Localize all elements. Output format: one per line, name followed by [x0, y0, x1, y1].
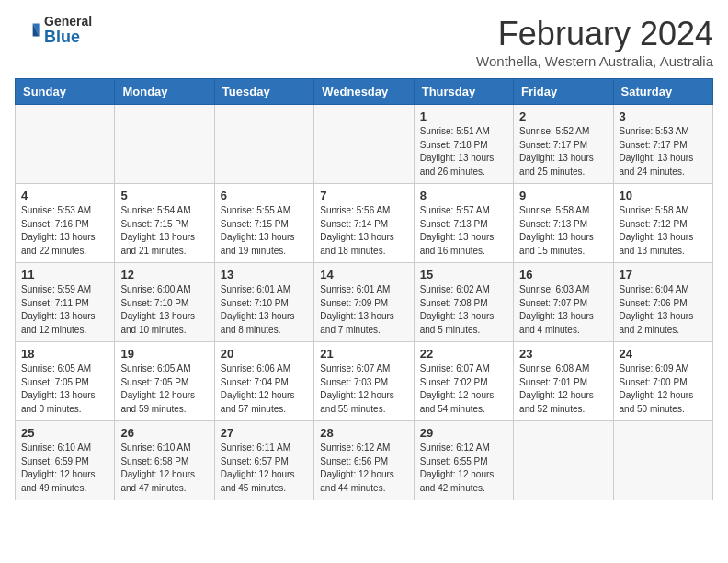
table-row: 20Sunrise: 6:06 AM Sunset: 7:04 PM Dayli…: [214, 342, 313, 421]
logo-general-text: General: [44, 15, 92, 29]
week-row-4: 18Sunrise: 6:05 AM Sunset: 7:05 PM Dayli…: [16, 342, 713, 421]
day-info: Sunrise: 6:04 AM Sunset: 7:06 PM Dayligh…: [620, 283, 707, 337]
table-row: 8Sunrise: 5:57 AM Sunset: 7:13 PM Daylig…: [414, 184, 513, 263]
week-row-3: 11Sunrise: 5:59 AM Sunset: 7:11 PM Dayli…: [16, 263, 713, 342]
table-row: 23Sunrise: 6:08 AM Sunset: 7:01 PM Dayli…: [514, 342, 613, 421]
day-info: Sunrise: 6:11 AM Sunset: 6:57 PM Dayligh…: [221, 442, 308, 495]
day-info: Sunrise: 6:09 AM Sunset: 7:00 PM Dayligh…: [620, 362, 707, 416]
day-info: Sunrise: 6:02 AM Sunset: 7:08 PM Dayligh…: [420, 283, 507, 337]
logo-blue-text: Blue: [44, 29, 92, 47]
table-row: 13Sunrise: 6:01 AM Sunset: 7:10 PM Dayli…: [214, 263, 313, 342]
day-info: Sunrise: 5:51 AM Sunset: 7:18 PM Dayligh…: [420, 125, 507, 178]
day-number: 5: [120, 189, 208, 202]
table-row: 29Sunrise: 6:12 AM Sunset: 6:55 PM Dayli…: [414, 421, 513, 500]
day-number: 9: [519, 189, 607, 202]
day-number: 26: [120, 426, 208, 440]
day-number: 2: [519, 109, 607, 123]
day-number: 7: [320, 189, 407, 202]
day-info: Sunrise: 6:05 AM Sunset: 7:05 PM Dayligh…: [120, 362, 208, 416]
day-info: Sunrise: 5:53 AM Sunset: 7:16 PM Dayligh…: [21, 204, 108, 258]
table-row: 5Sunrise: 5:54 AM Sunset: 7:15 PM Daylig…: [115, 184, 214, 263]
logo-text: General Blue: [44, 15, 92, 47]
day-number: 21: [320, 347, 407, 361]
day-info: Sunrise: 6:10 AM Sunset: 6:59 PM Dayligh…: [21, 442, 108, 495]
table-row: 22Sunrise: 6:07 AM Sunset: 7:02 PM Dayli…: [414, 342, 513, 421]
day-info: Sunrise: 5:56 AM Sunset: 7:14 PM Dayligh…: [320, 204, 407, 258]
week-row-1: 1Sunrise: 5:51 AM Sunset: 7:18 PM Daylig…: [16, 105, 713, 184]
col-monday: Monday: [115, 79, 214, 105]
day-info: Sunrise: 6:07 AM Sunset: 7:03 PM Dayligh…: [320, 362, 407, 416]
col-tuesday: Tuesday: [214, 79, 313, 105]
calendar-header-row: Sunday Monday Tuesday Wednesday Thursday…: [16, 79, 713, 105]
day-number: 8: [420, 189, 507, 202]
table-row: 17Sunrise: 6:04 AM Sunset: 7:06 PM Dayli…: [613, 263, 712, 342]
col-saturday: Saturday: [613, 79, 712, 105]
day-info: Sunrise: 5:58 AM Sunset: 7:13 PM Dayligh…: [519, 204, 607, 258]
day-info: Sunrise: 5:54 AM Sunset: 7:15 PM Dayligh…: [120, 204, 208, 258]
day-number: 24: [620, 347, 707, 361]
day-number: 14: [320, 268, 407, 282]
day-number: 25: [21, 426, 108, 440]
day-number: 18: [21, 347, 108, 361]
table-row: 3Sunrise: 5:53 AM Sunset: 7:17 PM Daylig…: [613, 105, 712, 184]
table-row: 2Sunrise: 5:52 AM Sunset: 7:17 PM Daylig…: [514, 105, 613, 184]
day-number: 19: [120, 347, 208, 361]
day-info: Sunrise: 6:03 AM Sunset: 7:07 PM Dayligh…: [519, 283, 607, 337]
table-row: 16Sunrise: 6:03 AM Sunset: 7:07 PM Dayli…: [514, 263, 613, 342]
col-sunday: Sunday: [16, 79, 115, 105]
day-info: Sunrise: 5:52 AM Sunset: 7:17 PM Dayligh…: [519, 125, 607, 178]
day-info: Sunrise: 6:10 AM Sunset: 6:58 PM Dayligh…: [120, 442, 208, 495]
day-info: Sunrise: 6:00 AM Sunset: 7:10 PM Dayligh…: [120, 283, 208, 337]
table-row: 9Sunrise: 5:58 AM Sunset: 7:13 PM Daylig…: [514, 184, 613, 263]
day-info: Sunrise: 5:53 AM Sunset: 7:17 PM Dayligh…: [620, 125, 707, 178]
day-number: 27: [221, 426, 308, 440]
page-header: General Blue February 2024 Wonthella, We…: [15, 15, 713, 69]
table-row: [514, 421, 613, 500]
day-number: 13: [221, 268, 308, 282]
week-row-5: 25Sunrise: 6:10 AM Sunset: 6:59 PM Dayli…: [16, 421, 713, 500]
day-number: 4: [21, 189, 108, 202]
logo: General Blue: [15, 15, 92, 47]
day-info: Sunrise: 5:59 AM Sunset: 7:11 PM Dayligh…: [21, 283, 108, 337]
table-row: [613, 421, 712, 500]
day-number: 20: [221, 347, 308, 361]
table-row: [314, 105, 414, 184]
table-row: 27Sunrise: 6:11 AM Sunset: 6:57 PM Dayli…: [214, 421, 313, 500]
day-number: 3: [620, 109, 707, 123]
day-number: 29: [420, 426, 507, 440]
title-block: February 2024 Wonthella, Western Austral…: [476, 15, 713, 69]
table-row: 15Sunrise: 6:02 AM Sunset: 7:08 PM Dayli…: [414, 263, 513, 342]
table-row: 7Sunrise: 5:56 AM Sunset: 7:14 PM Daylig…: [314, 184, 414, 263]
day-info: Sunrise: 5:58 AM Sunset: 7:12 PM Dayligh…: [620, 204, 707, 258]
calendar-table: Sunday Monday Tuesday Wednesday Thursday…: [15, 78, 713, 500]
day-info: Sunrise: 6:12 AM Sunset: 6:56 PM Dayligh…: [320, 442, 407, 495]
table-row: 21Sunrise: 6:07 AM Sunset: 7:03 PM Dayli…: [314, 342, 414, 421]
day-info: Sunrise: 6:01 AM Sunset: 7:10 PM Dayligh…: [221, 283, 308, 337]
day-info: Sunrise: 6:05 AM Sunset: 7:05 PM Dayligh…: [21, 362, 108, 416]
logo-icon: [15, 18, 40, 44]
table-row: 18Sunrise: 6:05 AM Sunset: 7:05 PM Dayli…: [16, 342, 115, 421]
day-number: 1: [420, 109, 507, 123]
day-number: 6: [221, 189, 308, 202]
table-row: 19Sunrise: 6:05 AM Sunset: 7:05 PM Dayli…: [115, 342, 214, 421]
day-number: 17: [620, 268, 707, 282]
day-number: 22: [420, 347, 507, 361]
day-info: Sunrise: 6:07 AM Sunset: 7:02 PM Dayligh…: [420, 362, 507, 416]
location-subtitle: Wonthella, Western Australia, Australia: [476, 53, 713, 69]
table-row: 12Sunrise: 6:00 AM Sunset: 7:10 PM Dayli…: [115, 263, 214, 342]
table-row: 4Sunrise: 5:53 AM Sunset: 7:16 PM Daylig…: [16, 184, 115, 263]
month-title: February 2024: [476, 15, 713, 53]
day-number: 28: [320, 426, 407, 440]
table-row: [214, 105, 313, 184]
table-row: 1Sunrise: 5:51 AM Sunset: 7:18 PM Daylig…: [414, 105, 513, 184]
col-friday: Friday: [514, 79, 613, 105]
table-row: [16, 105, 115, 184]
day-number: 11: [21, 268, 108, 282]
day-number: 10: [620, 189, 707, 202]
week-row-2: 4Sunrise: 5:53 AM Sunset: 7:16 PM Daylig…: [16, 184, 713, 263]
day-info: Sunrise: 6:06 AM Sunset: 7:04 PM Dayligh…: [221, 362, 308, 416]
day-number: 16: [519, 268, 607, 282]
table-row: 24Sunrise: 6:09 AM Sunset: 7:00 PM Dayli…: [613, 342, 712, 421]
table-row: 28Sunrise: 6:12 AM Sunset: 6:56 PM Dayli…: [314, 421, 414, 500]
table-row: 11Sunrise: 5:59 AM Sunset: 7:11 PM Dayli…: [16, 263, 115, 342]
